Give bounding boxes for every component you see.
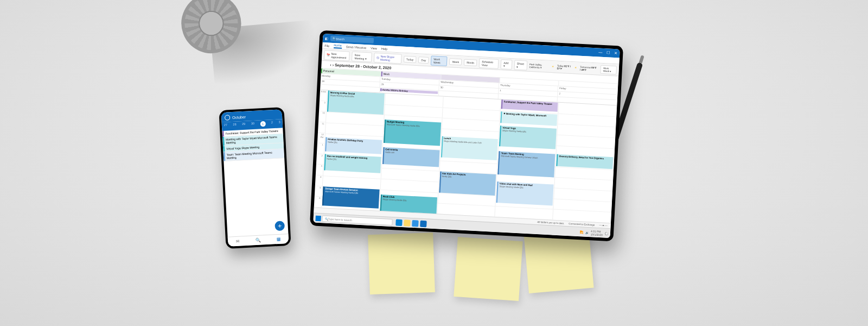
today-button[interactable]: Today	[404, 55, 417, 62]
search-icon[interactable]: 🔍	[255, 238, 260, 243]
view-month-button[interactable]: Month	[464, 59, 477, 66]
calendar-event[interactable]: Morning Coffee SocialSkype Meeting Nadia…	[327, 91, 385, 115]
explorer-icon[interactable]	[404, 220, 411, 227]
share-button[interactable]: Share ▾	[514, 60, 527, 70]
schedule-view-button[interactable]: Schedule View	[479, 58, 499, 69]
weather-tomorrow: Tomorrow 66°F / 49°F	[580, 65, 597, 72]
view-selector[interactable]: Work Week ▾	[600, 65, 617, 74]
view-week-button[interactable]: Week	[449, 58, 462, 65]
new-meeting-button[interactable]: New Meeting ▾	[352, 51, 372, 62]
outlook-taskbar-icon[interactable]	[420, 220, 427, 227]
store-icon[interactable]	[412, 220, 419, 227]
calendar-event[interactable]: Budget MeetingMicrosoft Teams Meeting Na…	[384, 120, 441, 146]
edge-icon[interactable]	[395, 219, 403, 226]
calendar-event[interactable]: Book ClubSkype Meeting Nadia Ellis	[380, 195, 437, 214]
phone-selected-day[interactable]: 1	[260, 121, 266, 127]
search-input[interactable]: 🔍 Search	[330, 36, 374, 43]
maximize-button[interactable]: ☐	[607, 51, 610, 55]
prev-week-button[interactable]: ‹ ›	[330, 63, 334, 67]
menu-home[interactable]: Home	[334, 43, 342, 49]
calendar-event[interactable]: Run on treadmill and weight trainingNadi…	[324, 154, 381, 173]
tray-wifi-icon[interactable]: 📶	[580, 230, 583, 234]
view-day-button[interactable]: Day	[418, 57, 429, 64]
day-col-thu: Fundraiser, Support the Park Valley Thea…	[495, 99, 559, 220]
calendar-grid[interactable]: 8 AM910 1112 PM1 234 56 Morning Coffee S…	[314, 90, 617, 223]
phone-agenda-list[interactable]: Fundraiser, Support the Park Valley Thea…	[222, 128, 288, 237]
taskbar-search-input[interactable]: 🔍 Type here to search	[322, 215, 392, 225]
phone-month-label[interactable]: October	[232, 115, 246, 119]
menu-file[interactable]: File	[324, 44, 329, 47]
tray-clock[interactable]: 4:01 PM10/1/2020	[590, 229, 603, 236]
tablet-device: ◧ 🔍 Search — ☐ ✕ File Home Send / Receiv…	[310, 30, 623, 242]
calendar-event[interactable]: Call AmeliaNadia call	[382, 147, 439, 167]
day-col-mon: Morning Coffee SocialSkype Meeting Nadia…	[322, 90, 386, 210]
calendar-plus-icon: 📅	[327, 53, 330, 57]
menu-view[interactable]: View	[371, 46, 377, 50]
calendar-event[interactable]: ★ Meeting with Taylor Wyatt, Microsoft	[501, 111, 558, 126]
phone-device: October 27 28 29 30 1 2 3 Fundraiser, Su…	[219, 107, 291, 249]
tray-volume-icon[interactable]: 🔊	[585, 230, 589, 234]
skype-icon: Ⓢ	[376, 56, 379, 59]
menu-help[interactable]: Help	[381, 47, 388, 51]
calendar-event[interactable]: Van Kids Art ProjectsNadia Ellis	[439, 172, 496, 196]
new-skype-meeting-button[interactable]: ⓈNew Skype Meeting	[374, 52, 402, 64]
day-col-tue: Budget MeetingMicrosoft Teams Meeting Na…	[379, 93, 443, 214]
outlook-icon: ◧	[325, 36, 328, 40]
calendar-event[interactable]: Video chat with Mom and DadSkype Meeting…	[496, 181, 554, 205]
start-button[interactable]	[315, 215, 321, 221]
add-button[interactable]: Add ▾	[501, 59, 512, 70]
close-button[interactable]: ✕	[614, 51, 617, 55]
weather-location[interactable]: Park Valley, California ▾	[529, 62, 548, 69]
sticky-note	[368, 233, 435, 294]
calendar-event[interactable]: Design Team Review SessionMicrosoft Team…	[322, 186, 379, 208]
new-appointment-button[interactable]: 📅New Appointment	[324, 50, 350, 61]
sun-icon: ☀	[575, 66, 577, 69]
calendar-event[interactable]: Team: Team MeetingMicrosoft Teams Meetin…	[498, 151, 556, 178]
weather-today: Today 81°F / 57°F	[557, 64, 571, 70]
mail-icon[interactable]: ✉	[235, 239, 239, 244]
zoom-slider[interactable]: ──●──	[599, 224, 608, 227]
view-work-week-button[interactable]: Work Week	[431, 55, 448, 66]
calendar-event[interactable]: Finalize Amelia's Birthday PartyNadia El…	[325, 137, 382, 154]
menu-send-receive[interactable]: Send / Receive	[346, 45, 367, 49]
day-col-wed: LunchSkype Meeting Nadia Ellis and Lakin…	[437, 97, 501, 217]
outlook-icon[interactable]	[225, 115, 231, 121]
sticky-note	[454, 237, 522, 301]
taskbar-pinned-apps	[395, 219, 427, 227]
calendar-icon[interactable]: ▦	[276, 237, 280, 242]
sun-icon: ☀	[552, 65, 554, 68]
tray-notification-icon[interactable]: 💬	[605, 231, 608, 235]
outlook-window: ◧ 🔍 Search — ☐ ✕ File Home Send / Receiv…	[313, 34, 620, 238]
minimize-button[interactable]: —	[598, 51, 602, 55]
calendar-event[interactable]: LunchSkype Meeting Nadia Ellis and Lakin…	[441, 136, 498, 160]
day-col-fri: Grocery Delivery, Beta For You Organics	[553, 103, 617, 223]
calendar-event[interactable]: Virtual YogaSkype Meeting Nadia Ellis	[499, 126, 557, 149]
